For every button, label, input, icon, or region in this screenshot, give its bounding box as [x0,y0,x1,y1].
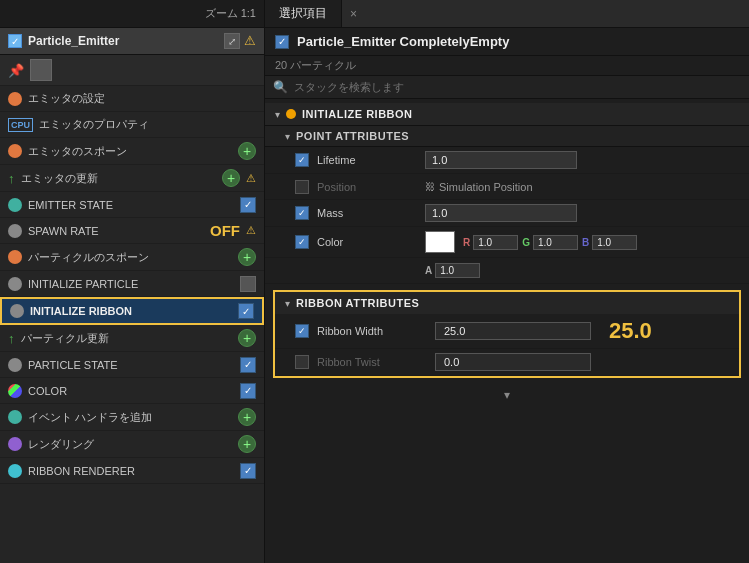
emitter-state-dot-icon [8,198,22,212]
expand-button[interactable]: ▾ [265,384,749,406]
emitter-enabled-check[interactable]: ✓ [275,35,289,49]
particle-update-arrow-icon: ↑ [8,331,15,346]
position-check[interactable] [295,180,309,194]
sidebar-item-particle-spawn[interactable]: パーティクルのスポーン + [0,244,264,271]
ribbon-width-value[interactable] [435,322,591,340]
point-attrs-title: POINT ATTRIBUTES [296,130,409,142]
sidebar-item-ribbon-renderer[interactable]: RIBBON RENDERER ✓ [0,458,264,484]
emitter-expand-icon[interactable]: ⤢ [224,33,240,49]
particle-state-label: PARTICLE STATE [28,359,234,371]
color-row-check[interactable]: ✓ [295,235,309,249]
color-check[interactable]: ✓ [240,383,256,399]
ribbon-twist-row: Ribbon Twist [275,349,739,376]
color-swatch[interactable] [425,231,455,253]
ribbon-renderer-check[interactable]: ✓ [240,463,256,479]
sidebar-item-color[interactable]: COLOR ✓ [0,378,264,404]
sidebar-item-emitter-spawn[interactable]: エミッタのスポーン + [0,138,264,165]
sidebar-item-spawn-rate[interactable]: SPAWN RATE OFF ⚠ [0,218,264,244]
ribbon-attrs-arrow-icon: ▾ [285,298,290,309]
emitter-update-warn-icon: ⚠ [246,172,256,185]
r-label: R [463,237,470,248]
sidebar-item-emitter-settings[interactable]: エミッタの設定 [0,86,264,112]
init-ribbon-dot-icon [10,304,24,318]
spawn-rate-off-badge: OFF [210,222,240,239]
emitter-warning-icon: ⚠ [244,33,256,49]
tab-close-button[interactable]: × [342,2,365,26]
mass-row: ✓ Mass [265,200,749,227]
a-label: A [425,265,432,276]
particle-spawn-add[interactable]: + [238,248,256,266]
particle-update-label: パーティクル更新 [21,331,233,346]
emitter-spawn-add[interactable]: + [238,142,256,160]
a-value[interactable] [435,263,480,278]
sidebar-item-particle-update[interactable]: ↑ パーティクル更新 + [0,325,264,352]
emitter-title-bar: ✓ Particle_Emitter CompletelyEmpty [265,28,749,56]
init-ribbon-section-header[interactable]: ▾ INITIALIZE RIBBON [265,103,749,126]
emitter-state-check[interactable]: ✓ [240,197,256,213]
sidebar-item-rendering[interactable]: レンダリング + [0,431,264,458]
ribbon-twist-check[interactable] [295,355,309,369]
sidebar-item-particle-state[interactable]: PARTICLE STATE ✓ [0,352,264,378]
add-handler-add[interactable]: + [238,408,256,426]
point-attrs-header[interactable]: ▾ POINT ATTRIBUTES [265,126,749,147]
emitter-checkbox[interactable]: ✓ [8,34,22,48]
cpu-icon: CPU [8,118,33,132]
sidebar-item-add-handler[interactable]: イベント ハンドラを追加 + [0,404,264,431]
sidebar-item-emitter-state[interactable]: EMITTER STATE ✓ [0,192,264,218]
mass-label: Mass [317,207,417,219]
g-value[interactable] [533,235,578,250]
search-icon: 🔍 [273,80,288,94]
lifetime-row: ✓ Lifetime [265,147,749,174]
mass-check[interactable]: ✓ [295,206,309,220]
sidebar-item-init-ribbon[interactable]: INITIALIZE RIBBON ✓ [0,297,264,325]
emitter-title: Particle_Emitter [28,34,218,48]
add-handler-icon [8,410,22,424]
emitter-thumb [30,59,52,81]
r-channel: R [463,235,518,250]
emitter-spawn-icon [8,144,22,158]
ribbon-width-highlight: 25.0 [609,318,652,344]
particle-state-check[interactable]: ✓ [240,357,256,373]
rendering-icon [8,437,22,451]
ribbon-attrs-header[interactable]: ▾ RIBBON ATTRIBUTES [275,292,739,314]
init-ribbon-dot-icon [286,109,296,119]
particle-update-add[interactable]: + [238,329,256,347]
tab-selection[interactable]: 選択項目 [265,0,342,27]
ribbon-renderer-icon [8,464,22,478]
emitter-update-add[interactable]: + [222,169,240,187]
lifetime-check[interactable]: ✓ [295,153,309,167]
color-alpha-row: A [265,258,749,284]
sidebar-item-emitter-props[interactable]: CPU エミッタのプロパティ [0,112,264,138]
emitter-spawn-label: エミッタのスポーン [28,144,232,159]
link-icon: ⛓ [425,181,435,192]
add-handler-label: イベント ハンドラを追加 [28,410,232,425]
init-ribbon-check[interactable]: ✓ [238,303,254,319]
position-label: Position [317,181,417,193]
ribbon-twist-value[interactable] [435,353,591,371]
mass-value[interactable] [425,204,577,222]
point-attrs-arrow-icon: ▾ [285,131,290,142]
ribbon-attributes-section: ▾ RIBBON ATTRIBUTES ✓ Ribbon Width 25.0 … [273,290,741,378]
color-row: ✓ Color R G B [265,227,749,258]
simulation-position-link[interactable]: ⛓ Simulation Position [425,181,533,193]
color-label: COLOR [28,385,234,397]
b-value[interactable] [592,235,637,250]
emitter-name: Particle_Emitter CompletelyEmpty [297,34,509,49]
emitter-header[interactable]: ✓ Particle_Emitter ⤢ ⚠ [0,28,264,55]
ribbon-width-check[interactable]: ✓ [295,324,309,338]
rendering-add[interactable]: + [238,435,256,453]
r-value[interactable] [473,235,518,250]
zoom-level: ズーム 1:1 [205,6,256,21]
sidebar-item-init-particle[interactable]: INITIALIZE PARTICLE [0,271,264,297]
color-channels: R G B [463,235,637,250]
tab-bar: 選択項目 × [265,0,749,28]
lifetime-value[interactable] [425,151,577,169]
color-row-label: Color [317,236,417,248]
init-particle-check[interactable] [240,276,256,292]
right-panel: 選択項目 × ✓ Particle_Emitter CompletelyEmpt… [265,0,749,563]
particle-state-dot-icon [8,358,22,372]
lifetime-label: Lifetime [317,154,417,166]
position-row: Position ⛓ Simulation Position [265,174,749,200]
search-input[interactable] [294,81,741,93]
sidebar-item-emitter-update[interactable]: ↑ エミッタの更新 + ⚠ [0,165,264,192]
